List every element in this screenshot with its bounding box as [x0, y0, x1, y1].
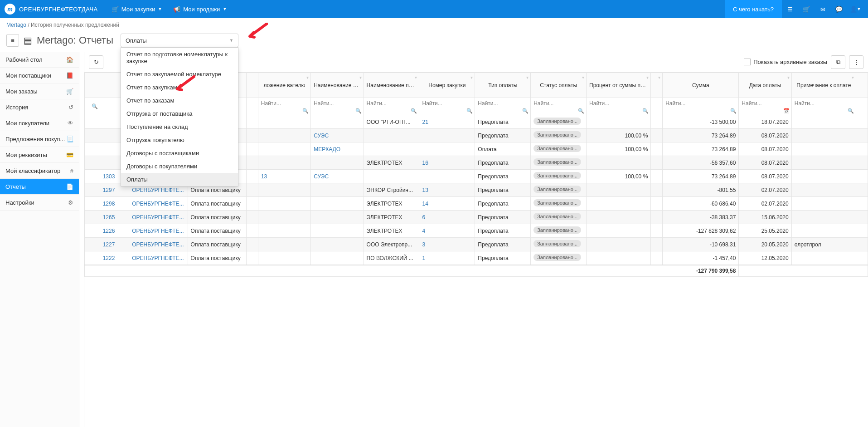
- cell-link[interactable]: ОРЕНБУРГНЕФТЕ...: [132, 241, 184, 248]
- dropdown-item[interactable]: Отгрузка от поставщика: [121, 107, 238, 120]
- cell-link[interactable]: 16: [422, 160, 428, 166]
- columns-button[interactable]: ⧉: [831, 55, 845, 69]
- search-icon[interactable]: 🔍: [730, 108, 737, 114]
- cell-link[interactable]: 14: [422, 201, 428, 207]
- sidebar-item[interactable]: Мои заказы🛒: [0, 83, 79, 99]
- filter-icon[interactable]: ▾: [646, 75, 649, 80]
- mail-icon[interactable]: ✉: [815, 0, 831, 18]
- cell-link[interactable]: 1265: [103, 214, 115, 221]
- breadcrumb-home[interactable]: Mertago: [6, 22, 26, 28]
- filter-icon[interactable]: ▾: [415, 75, 417, 80]
- col-ord[interactable]: Номер закупки▾: [419, 73, 475, 98]
- dropdown-item[interactable]: Оплаты: [121, 173, 238, 186]
- sidebar-item[interactable]: Мои поставщики📕: [0, 68, 79, 83]
- col-nn[interactable]: [246, 73, 258, 98]
- user-menu[interactable]: 👤 ▼: [847, 0, 863, 18]
- col-sum[interactable]: Сумма: [663, 73, 739, 98]
- filter-icon[interactable]: ▾: [852, 75, 854, 80]
- search-ord[interactable]: [421, 99, 473, 108]
- cell-link[interactable]: 21: [422, 119, 428, 125]
- sidebar-item[interactable]: Настройки⚙: [0, 195, 79, 211]
- dropdown-item[interactable]: Отгрузка покупателю: [121, 133, 238, 147]
- dropdown-item[interactable]: Поступление на склад: [121, 120, 238, 133]
- col-end[interactable]: [856, 73, 868, 98]
- filter-icon[interactable]: ▾: [582, 75, 584, 80]
- cell-link[interactable]: 4: [422, 228, 425, 234]
- search-icon[interactable]: 🔍: [411, 108, 417, 114]
- cell-link[interactable]: СУЭС: [314, 133, 329, 139]
- sidebar-item[interactable]: Мой классификатор#: [0, 163, 79, 179]
- cell-link[interactable]: 1298: [103, 201, 115, 207]
- col-percent[interactable]: Процент от суммы предложения покупателю▾: [587, 73, 651, 98]
- col-filter[interactable]: ▾: [651, 73, 663, 98]
- cart-icon[interactable]: 🛒: [798, 0, 815, 18]
- cell-link[interactable]: 1: [422, 255, 425, 261]
- search-icon[interactable]: 🔍: [578, 108, 584, 114]
- col-buyername[interactable]: Наименование покупателя▾: [311, 73, 364, 98]
- search-icon[interactable]: 🔍: [522, 108, 529, 114]
- cell-link[interactable]: ОРЕНБУРГНЕФТЕ...: [132, 214, 184, 221]
- search-buyername[interactable]: [313, 99, 361, 108]
- search-ptype[interactable]: [477, 99, 529, 108]
- dropdown-item[interactable]: Договоры с поставщиками: [121, 147, 238, 160]
- table-row[interactable]: 1227ОРЕНБУРГНЕФТЕ...Оплата поставщикуООО…: [85, 238, 868, 251]
- calendar-icon[interactable]: 📅: [783, 108, 790, 114]
- cell-link[interactable]: МЕРКАДО: [314, 146, 340, 152]
- dropdown-item[interactable]: Отчет по закупаемой номеклатуре: [121, 68, 238, 81]
- search-note[interactable]: [794, 99, 854, 108]
- col-date[interactable]: Дата оплаты▾: [739, 73, 791, 98]
- refresh-button[interactable]: ↻: [89, 55, 103, 69]
- nav-sales[interactable]: 📢 Мои продажи ▼: [173, 6, 227, 13]
- cell-link[interactable]: 6: [422, 214, 425, 221]
- filter-icon[interactable]: ▾: [470, 75, 473, 80]
- search-status[interactable]: [533, 99, 584, 108]
- filter-icon[interactable]: ▾: [359, 75, 362, 80]
- filter-icon[interactable]: ▾: [658, 75, 660, 80]
- table-row[interactable]: 1298ОРЕНБУРГНЕФТЕ...Оплата поставщикуЭЛЕ…: [85, 197, 868, 211]
- col-checkbox[interactable]: [85, 73, 100, 98]
- list-icon[interactable]: ☰: [782, 0, 798, 18]
- dropdown-item[interactable]: Отчет по закупкам: [121, 81, 238, 94]
- sidebar-item[interactable]: История↺: [0, 99, 79, 115]
- col-ptype[interactable]: Тип оплаты▾: [475, 73, 531, 98]
- cell-link[interactable]: 1297: [103, 187, 115, 193]
- dropdown-item[interactable]: Отчет по подготовке номенклатуры к закуп…: [121, 48, 238, 68]
- cell-link[interactable]: ОРЕНБУРГНЕФТЕ...: [132, 255, 184, 261]
- search-icon[interactable]: 🔍: [466, 108, 473, 114]
- sidebar-item[interactable]: Рабочий стол🏠: [0, 52, 79, 68]
- col-prop[interactable]: ложение вателю▾: [258, 73, 310, 98]
- cell-link[interactable]: 13: [422, 187, 428, 193]
- nav-purchases[interactable]: 🛒 Мои закупки ▼: [112, 6, 162, 13]
- chat-icon[interactable]: 💬: [831, 0, 847, 18]
- sidebar-item[interactable]: Отчеты📄: [0, 179, 79, 195]
- col-status[interactable]: Статус оплаты▾: [531, 73, 587, 98]
- search-icon[interactable]: 🔍: [355, 108, 362, 114]
- search-icon[interactable]: 🔍: [92, 103, 98, 109]
- cell-link[interactable]: 1227: [103, 241, 115, 248]
- cell-link[interactable]: ОРЕНБУРГНЕФТЕ...: [132, 201, 184, 207]
- sidebar-item[interactable]: Мои реквизиты💳: [0, 147, 79, 163]
- search-icon[interactable]: 🔍: [642, 108, 649, 114]
- table-row[interactable]: 1265ОРЕНБУРГНЕФТЕ...Оплата поставщикуЭЛЕ…: [85, 211, 868, 224]
- col-supp[interactable]: Наименование поставщика▾: [364, 73, 419, 98]
- table-row[interactable]: 1226ОРЕНБУРГНЕФТЕ...Оплата поставщикуЭЛЕ…: [85, 224, 868, 238]
- cell-link[interactable]: СУЭС: [314, 173, 329, 180]
- search-sum[interactable]: [664, 99, 737, 108]
- cell-link[interactable]: ОРЕНБУРГНЕФТЕ...: [132, 187, 184, 193]
- search-supp[interactable]: [366, 99, 417, 108]
- cell-link[interactable]: ОРЕНБУРГНЕФТЕ...: [132, 228, 184, 234]
- search-prop[interactable]: [260, 99, 309, 108]
- report-select[interactable]: Оплаты ▼: [121, 34, 238, 47]
- search-percent[interactable]: [588, 99, 649, 108]
- search-icon[interactable]: 🔍: [848, 108, 854, 114]
- cell-link[interactable]: 1303: [103, 173, 115, 180]
- filter-icon[interactable]: ▾: [787, 75, 790, 80]
- search-icon[interactable]: 🔍: [302, 108, 309, 114]
- search-date[interactable]: [741, 99, 789, 108]
- archive-checkbox[interactable]: Показать архивные заказы: [744, 59, 827, 65]
- sidebar-item[interactable]: Предложения покуп...📃: [0, 131, 79, 147]
- dropdown-item[interactable]: Отчет по заказам: [121, 94, 238, 107]
- cell-link[interactable]: 3: [422, 241, 425, 248]
- filter-icon[interactable]: ▾: [306, 75, 309, 80]
- cell-link[interactable]: 13: [261, 173, 267, 180]
